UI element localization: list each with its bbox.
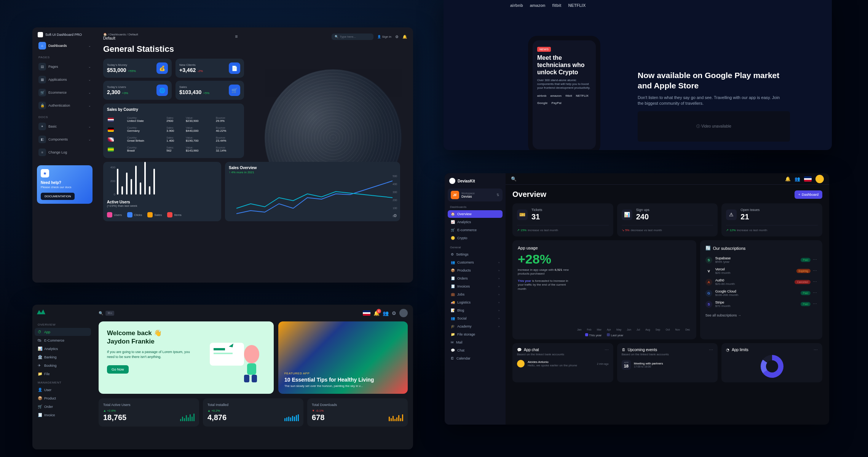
sidebar-section-pages: PAGES	[38, 56, 94, 59]
welcome-body: If you are going to use a passage of Lor…	[107, 350, 198, 359]
settings-icon[interactable]: ⚙	[392, 310, 396, 316]
more-icon[interactable]: ⋯	[813, 280, 817, 284]
sidebar-item-products[interactable]: 📦Products›	[448, 267, 503, 274]
locale-flag-icon[interactable]	[363, 310, 370, 316]
breadcrumb[interactable]: 🏠 / Dashboards / Default	[103, 33, 138, 36]
phone-mockup: NEWS Meet the technicians who unlock Cry…	[528, 36, 600, 150]
add-dashboard-button[interactable]: +Dashboard	[795, 190, 822, 199]
see-all-link[interactable]: See all subscriptions →	[705, 313, 741, 317]
sidebar-item-ecommerce[interactable]: 🛒Ecommerce⌄	[35, 86, 94, 99]
sidebar-item-calendar[interactable]: 🗓Calendar	[448, 355, 503, 362]
more-icon[interactable]: ⋯	[813, 291, 817, 296]
more-icon[interactable]: ⋯	[813, 268, 817, 273]
users-icon[interactable]: 👥	[795, 176, 800, 182]
chart-bar-column	[682, 325, 690, 326]
sidebar-item-customers[interactable]: 👥Customers›	[448, 259, 503, 266]
event-item[interactable]: APR18 Meeting with partners17:00 to 18:0…	[622, 360, 713, 370]
sidebar-item-changelog[interactable]: ≡Change Log	[35, 146, 94, 158]
page-icon: ▤	[38, 63, 46, 70]
box-icon: 📦	[38, 396, 42, 400]
sidebar-item-jobs[interactable]: 💼Jobs›	[448, 291, 503, 298]
more-icon[interactable]: ⋯	[814, 348, 818, 353]
app-usage-card: App usage +28% increase in app usage wit…	[512, 240, 696, 339]
more-icon[interactable]: ⋯	[709, 348, 713, 353]
sidebar-item-academy[interactable]: 🎓Academy›	[448, 323, 503, 330]
chevron-right-icon: ›	[498, 309, 499, 312]
sidebar-item-invoice[interactable]: 🧾Invoice	[35, 411, 91, 419]
brand-logo-icon	[37, 308, 45, 315]
sidebar-item-crypto[interactable]: 🪙Crypto	[448, 234, 503, 242]
sidebar-item-analytics[interactable]: 📈Analytics	[448, 218, 503, 226]
sidebar-item-banking[interactable]: 🏦Banking	[35, 353, 91, 361]
sidebar-item-invoices[interactable]: 🧾Invoices›	[448, 283, 503, 290]
sidebar-item-ecommerce[interactable]: 🛒E-commerce	[448, 226, 503, 234]
nav-icon: 💼	[451, 292, 455, 296]
subscription-item: VVercel$20 /month Expiring⋯	[705, 265, 817, 276]
chart-bar-column	[644, 325, 652, 326]
partner-logos-row: airbnb amazon fitbit NETFLIX	[510, 3, 586, 8]
gear-icon[interactable]: ⚙	[395, 35, 399, 39]
chevron-down-icon: ⌄	[88, 44, 91, 48]
sidebar-item-basic[interactable]: ✦Basic⌄	[35, 120, 94, 133]
page-title: Overview	[512, 190, 546, 199]
stat-new-clients: New Clients+3,462 -2% 📄	[176, 59, 244, 78]
avatar[interactable]	[815, 175, 824, 183]
sidebar-item-booking[interactable]: ✈Booking	[35, 361, 91, 369]
brand: Soft UI Dashboard PRO	[35, 30, 94, 39]
search-input[interactable]: 🔍Type here...	[332, 34, 373, 40]
bell-icon[interactable]: 🔔	[785, 176, 791, 182]
search-icon[interactable]: 🔍	[511, 176, 517, 182]
sidebar-item-dashboards[interactable]: ⌂Dashboards ⌄	[35, 40, 94, 52]
go-now-button[interactable]: Go Now	[107, 365, 129, 374]
sidebar-item-chat[interactable]: 💬Chat	[448, 347, 503, 354]
more-icon[interactable]: ⋯	[813, 302, 817, 307]
workspace-switcher[interactable]: JF WorkspaceDevias ⇅	[448, 189, 503, 201]
notifications-icon[interactable]: 🔔4	[373, 310, 380, 316]
sidebar-item-authentication[interactable]: 🔒Authentication⌄	[35, 99, 94, 112]
chevron-right-icon: ›	[498, 325, 499, 328]
menu-toggle-icon[interactable]: ≡	[235, 34, 238, 39]
locale-flag-icon[interactable]	[804, 176, 812, 182]
contacts-icon[interactable]: 👥	[383, 310, 389, 316]
avatar[interactable]	[399, 309, 408, 317]
svg-rect-1	[214, 348, 225, 350]
sidebar-item-settings[interactable]: ⚙Settings	[448, 251, 503, 258]
help-card: ★ Need help? Please check our docs DOCUM…	[37, 165, 93, 204]
bell-icon[interactable]: 🔔	[402, 35, 407, 39]
chart-bar-column	[663, 325, 671, 326]
chart-bar-column	[634, 325, 642, 326]
phone-headline: Meet the technicians who unlock Crypto	[537, 54, 591, 76]
sidebar-item-components[interactable]: ◧Components⌄	[35, 133, 94, 145]
search-input[interactable]: 🔍⌘K	[99, 311, 114, 316]
sidebar-item-applications[interactable]: ▦Applications⌄	[35, 74, 94, 86]
signin-link[interactable]: 👤Sign in	[377, 35, 391, 38]
featured-card[interactable]: FEATURED APP 10 Essential Tips for Healt…	[278, 321, 408, 394]
sidebar-item-user[interactable]: 👤User	[35, 386, 91, 394]
nav-icon: 📦	[451, 268, 455, 272]
sales-overview-card: Sales Overview ↑ 4% more in 2021 5004003…	[225, 162, 400, 221]
brand-text: Soft UI Dashboard PRO	[45, 33, 82, 37]
documentation-button[interactable]: DOCUMENTATION	[41, 193, 75, 200]
sidebar-item-logistics[interactable]: 🚚Logistics›	[448, 299, 503, 306]
sidebar-item-social[interactable]: 👥Social›	[448, 315, 503, 322]
more-icon[interactable]: ⋯	[813, 257, 817, 262]
chevron-right-icon: ›	[498, 261, 499, 264]
nav-icon: 💬	[451, 348, 455, 352]
sidebar-item-overview[interactable]: 🏠Overview	[448, 210, 503, 218]
sidebar-item-orders[interactable]: 🧾Orders›	[448, 275, 503, 282]
chat-message[interactable]: Alcides AntonioHello, we spoke earlier o…	[517, 360, 609, 368]
sidebar-item-blog[interactable]: 📝Blog›	[448, 307, 503, 314]
sidebar-item-app[interactable]: ⏱App	[35, 328, 91, 336]
sidebar-item-product[interactable]: 📦Product	[35, 394, 91, 402]
sidebar-item-mail[interactable]: ✉Mail	[448, 339, 503, 346]
legend-item: Items	[167, 212, 182, 217]
sidebar-item-order[interactable]: 🛒Order	[35, 403, 91, 411]
sidebar-item-file-storage[interactable]: 📁File storage	[448, 331, 503, 338]
sidebar-item-pages[interactable]: ▤Pages⌄	[35, 61, 94, 73]
sidebar-item-analytics[interactable]: 📊Analytics	[35, 345, 91, 353]
more-icon[interactable]: ⋯	[605, 348, 609, 353]
chart-settings-icon[interactable]: ⚙	[393, 213, 397, 218]
receipt-icon: 🧾	[38, 413, 42, 417]
sidebar-item-file[interactable]: 📁File	[35, 370, 91, 378]
sidebar-item-ecommerce[interactable]: 🛍E-Commerce	[35, 336, 91, 344]
